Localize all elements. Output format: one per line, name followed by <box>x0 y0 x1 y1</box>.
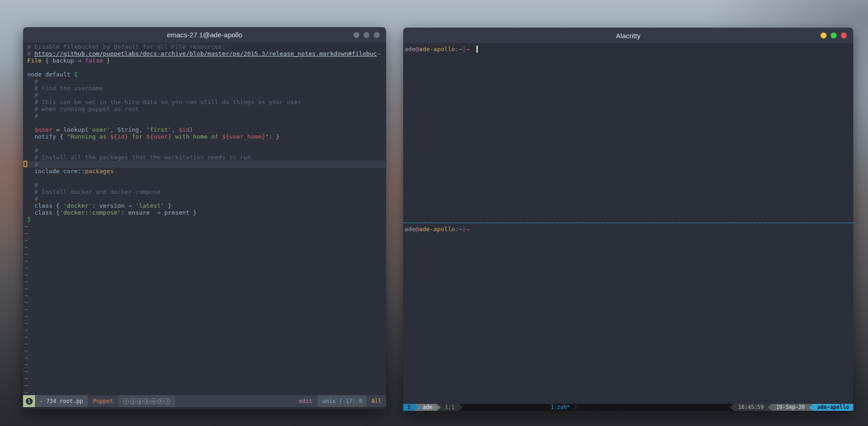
prompt-token: | <box>462 46 466 53</box>
window-number-badge: 1 <box>23 395 35 407</box>
tmux-date: 19-Sep-20 <box>772 404 809 411</box>
minor-mode-icon: w <box>151 398 157 404</box>
code-token: # Install docker and docker-compose <box>27 188 161 195</box>
powerline-arrow-icon <box>730 404 734 411</box>
window-number-icon: 1 <box>26 398 33 405</box>
code-token: # <box>27 147 38 154</box>
code-token: # <box>27 92 38 99</box>
empty-line-indicator: ~ <box>24 223 386 230</box>
shell-prompt: ade@ade-apollo:~|→ <box>405 45 853 53</box>
minor-mode-icon: s <box>123 398 129 404</box>
code-token: ${user_home} <box>222 133 265 140</box>
modeline-buffer-info[interactable]: - 734 root.pp <box>35 395 88 407</box>
tmux-clock: 16:45:59 <box>734 404 768 411</box>
maximize-button[interactable] <box>831 33 837 39</box>
empty-line-indicator: ~ <box>24 244 386 251</box>
close-button[interactable] <box>841 33 847 39</box>
tmux-pane-top[interactable]: ade@ade-apollo:~|→ <box>403 43 853 222</box>
code-token: class <box>27 209 53 216</box>
code-token: # <box>27 78 38 85</box>
empty-line-indicator: ~ <box>24 257 386 264</box>
emacs-code-line: # <box>27 112 386 119</box>
empty-line-indicator: ~ <box>24 237 386 244</box>
alacritty-titlebar[interactable]: Alacritty <box>403 28 853 43</box>
emacs-code-line: # Install all the packages that the work… <box>27 154 386 161</box>
code-token: 'first' <box>146 126 171 133</box>
code-token: ${user} <box>146 133 171 140</box>
code-token: , <box>171 126 179 133</box>
tmux-session-badge[interactable]: 1 <box>403 404 415 411</box>
emacs-window-title: emacs-27.1@ade-apollo <box>167 31 242 39</box>
code-token: include core <box>35 168 78 175</box>
minor-mode-icon: s <box>164 398 170 404</box>
prompt-token: ade-apollo <box>419 226 455 233</box>
maximize-button[interactable] <box>364 32 369 38</box>
tmux-pane-bottom[interactable]: ade@ade-apollo:~|→ <box>403 223 853 404</box>
code-token: ) <box>189 126 193 133</box>
empty-line-indicator: ~ <box>24 333 386 340</box>
code-token: : version ⇒ <box>92 202 135 209</box>
modeline-major-mode[interactable]: Puppet <box>88 395 118 407</box>
minor-mode-icon: p <box>137 398 143 404</box>
code-token: { <box>74 71 78 78</box>
emacs-code-line: # when running puppet as root <box>27 105 386 112</box>
emacs-code-line: # Find the username <box>27 85 386 92</box>
prompt-token: → <box>466 226 469 233</box>
code-token: 'latest' <box>135 202 164 209</box>
tmux-window-item[interactable]: 1:zsh* <box>548 404 573 411</box>
emacs-code-line: # Install docker and docker-compose <box>27 188 386 195</box>
emacs-code-line: # <box>27 92 386 99</box>
code-token: :: <box>78 168 85 175</box>
empty-line-indicator: ~ <box>24 347 386 354</box>
emacs-code-line: } <box>27 216 386 223</box>
minimize-button[interactable] <box>353 32 359 38</box>
prompt-token: ade-apollo <box>419 46 455 53</box>
code-token: # Install all the packages that the work… <box>27 154 251 161</box>
emacs-code-line <box>27 140 386 147</box>
emacs-code-line: # <box>27 147 386 154</box>
powerline-arrow-icon <box>809 404 813 411</box>
code-token: File <box>27 57 41 64</box>
empty-line-indicator: ~ <box>24 251 386 257</box>
prompt-token: ade <box>405 226 415 233</box>
tmux-hostname: ade-apollo <box>813 404 853 411</box>
emacs-current-line: # <box>27 161 386 168</box>
code-token: : ensure ⇒ present } <box>121 209 197 216</box>
empty-line-indicator: ~ <box>24 389 386 395</box>
code-token: } <box>27 216 31 223</box>
emacs-code-line: File { backup ⇒ false } <box>27 57 386 64</box>
powerline-arrow-icon <box>415 404 419 411</box>
minimize-button[interactable] <box>821 33 827 39</box>
empty-line-indicator: ~ <box>24 361 386 368</box>
code-token: = lookup( <box>53 126 88 133</box>
minor-mode-icon: k <box>158 398 164 404</box>
powerline-arrow-icon <box>437 404 441 411</box>
alacritty-window-title: Alacritty <box>616 32 640 40</box>
code-token: # <box>27 195 38 202</box>
code-token: : } <box>269 133 279 140</box>
code-token: { <box>53 202 63 209</box>
code-token: { <box>56 133 67 140</box>
code-token: class <box>27 202 53 209</box>
alacritty-window-buttons <box>821 33 847 39</box>
emacs-buffer[interactable]: # Disable filebucket by default for all … <box>23 42 386 395</box>
code-token: # <box>27 50 35 57</box>
code-token: false <box>85 57 103 64</box>
prompt-token: → <box>466 46 469 53</box>
code-token <box>27 126 35 133</box>
empty-line-indicator: ~ <box>24 271 386 278</box>
code-token: "Running as <box>67 133 110 140</box>
emacs-modeline[interactable]: 1 - 734 root.pp Puppet sypawks edit unix… <box>23 395 386 407</box>
code-token: packages <box>85 168 114 175</box>
code-token: # <box>27 161 38 168</box>
emacs-titlebar[interactable]: emacs-27.1@ade-apollo <box>23 27 386 42</box>
empty-line-indicator: ~ <box>24 313 386 320</box>
code-token: → <box>377 50 381 57</box>
empty-line-indicator: ~ <box>24 278 386 285</box>
close-button[interactable] <box>374 32 380 38</box>
emacs-code-line: $user = lookup('user', String, 'first', … <box>27 126 386 133</box>
emacs-code-line: class { 'docker': version ⇒ 'latest' } <box>27 202 386 209</box>
code-token: with home of <box>171 133 222 140</box>
empty-line-indicator: ~ <box>24 368 386 375</box>
emacs-code-line: notify { "Running as ${id} for ${user} w… <box>27 133 386 140</box>
